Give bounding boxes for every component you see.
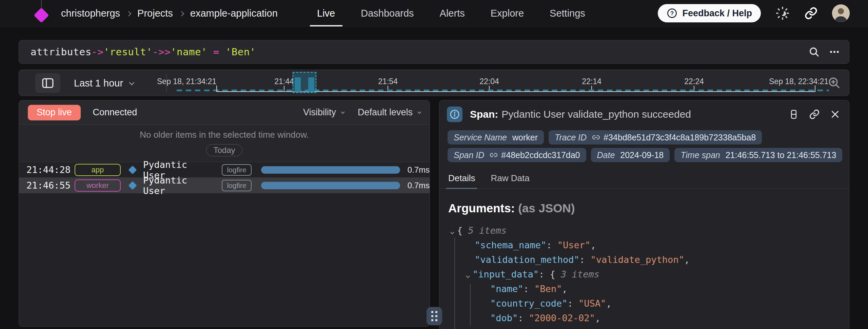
nav-right: ? Feedback / Help (658, 0, 850, 26)
json-token: "dob" (490, 313, 518, 323)
scope-badge: logfire (222, 164, 251, 176)
user-avatar[interactable] (832, 4, 850, 22)
span-title: Span:Pydantic User validate_python succe… (470, 109, 789, 120)
metadata-badge-label: Service Name (454, 133, 507, 142)
tab-raw-data[interactable]: Raw Data (491, 172, 529, 188)
json-line: "dob": "2000-02-02", (451, 311, 849, 325)
metadata-badge-value: 2024-09-18 (620, 150, 664, 160)
breadcrumb-projects[interactable]: Projects (137, 8, 173, 19)
tab-explore[interactable]: Explore (491, 0, 524, 26)
query-token (207, 46, 213, 58)
more-options-icon[interactable] (829, 46, 840, 58)
service-badge: app (75, 164, 121, 176)
json-token: , (595, 313, 600, 323)
timeline-divider (166, 74, 167, 92)
query-token: 'Ben' (225, 46, 256, 58)
today-button[interactable]: Today (206, 144, 242, 156)
empty-state: No older items in the selected time wind… (19, 125, 430, 162)
metadata-badge-value: worker (512, 133, 538, 142)
timeline-tick-label: 21:54 (373, 77, 403, 86)
json-token: "Ben" (534, 284, 562, 294)
logo-diamond-icon[interactable] (34, 7, 49, 23)
duration-label: 0.7ms (408, 181, 430, 190)
json-token: "validation_method" (475, 254, 579, 265)
json-token: , (684, 254, 690, 265)
live-view-header: Stop live Connected Visibility Default l… (19, 100, 430, 125)
copy-link-icon[interactable] (809, 109, 820, 120)
span-kind-diamond-icon (128, 181, 137, 190)
link-icon (490, 151, 498, 159)
json-token: "validate_python" (590, 254, 684, 265)
json-line: "country_code": "USA", (451, 296, 849, 311)
stop-live-button[interactable]: Stop live (28, 105, 81, 120)
collapse-chevron-icon[interactable] (451, 225, 454, 236)
tab-live[interactable]: Live (317, 0, 335, 26)
visibility-label: Visibility (303, 107, 336, 118)
sidebar-toggle-button[interactable] (35, 73, 60, 93)
json-token: , (562, 284, 567, 294)
timeline-axis-end-tick (815, 85, 815, 92)
breadcrumb-project-name[interactable]: example-application (190, 8, 278, 19)
query-token: ->> (152, 46, 171, 58)
json-token: "USA" (578, 298, 606, 309)
timeline-selection-window[interactable] (293, 72, 316, 93)
json-token: "schema_name" (475, 240, 546, 250)
live-view-panel: Stop live Connected Visibility Default l… (19, 100, 430, 327)
timeline-canvas[interactable]: Sep 18, 21:34:21 Sep 18, 22:34:21 21:442… (19, 70, 849, 96)
scope-badge: logfire (222, 180, 251, 191)
metadata-badge-span-id[interactable]: Span ID#48eb2cdcdc317da0 (448, 148, 586, 162)
query-input[interactable]: attributes->'result'->>'name' = 'Ben' (31, 46, 808, 58)
top-nav: christophergs Projects example-applicati… (0, 0, 868, 26)
app-root: christophergs Projects example-applicati… (0, 0, 868, 329)
share-link-icon[interactable] (804, 6, 818, 20)
json-token: 5 items (468, 225, 507, 236)
json-line: "validation_method": "validate_python", (451, 252, 849, 267)
breadcrumb-org[interactable]: christophergs (61, 8, 120, 19)
open-split-view-icon[interactable] (789, 109, 799, 119)
timeline-tick-label: 22:24 (679, 77, 709, 86)
span-detail-actions (789, 109, 840, 120)
query-bar[interactable]: attributes->'result'->>'name' = 'Ben' (19, 40, 849, 64)
breadcrumb: christophergs Projects example-applicati… (61, 0, 278, 26)
json-token: : (568, 298, 579, 309)
span-title-prefix: Span: (470, 109, 498, 120)
time-range-dropdown[interactable]: Last 1 hour (74, 70, 134, 96)
tab-alerts[interactable]: Alerts (440, 0, 465, 26)
arguments-heading-sub: (as JSON) (515, 201, 575, 215)
json-token: , (606, 298, 611, 309)
visibility-dropdown[interactable]: Visibility (303, 107, 344, 118)
list-item[interactable]: 21:44:28appPydantic Userlogfire0.7ms (19, 162, 430, 178)
theme-toggle-icon[interactable] (775, 6, 790, 21)
collapse-chevron-icon[interactable] (467, 269, 469, 279)
search-icon[interactable] (808, 46, 820, 58)
feedback-help-button[interactable]: ? Feedback / Help (658, 4, 761, 22)
timeline-bar: Sep 18, 21:34:21 Sep 18, 22:34:21 21:442… (19, 70, 849, 96)
zoom-in-icon[interactable] (827, 76, 841, 91)
timeline-histogram-bar (295, 77, 301, 92)
panel-resize-handle[interactable] (427, 307, 442, 325)
arguments-heading: Arguments: (as JSON) (439, 201, 849, 215)
json-indent-guide (454, 237, 455, 329)
default-levels-label: Default levels (358, 107, 413, 118)
tab-dashboards[interactable]: Dashboards (361, 0, 414, 26)
json-token: "name" (490, 284, 524, 294)
tab-details[interactable]: Details (448, 172, 475, 188)
tab-settings[interactable]: Settings (550, 0, 585, 26)
nav-tabs: LiveDashboardsAlertsExploreSettings (317, 0, 585, 26)
default-levels-dropdown[interactable]: Default levels (358, 107, 421, 118)
list-item[interactable]: 21:46:55workerPydantic Userlogfire0.7ms (19, 178, 430, 193)
metadata-badge-value: 21:46:55.713 to 21:46:55.713 (726, 150, 836, 160)
chevron-down-icon (417, 110, 421, 114)
metadata-badge-trace-id[interactable]: Trace ID#34bd8e51d73c3f4c8a189b72338a5ba… (549, 130, 762, 144)
metadata-badges-row-2: Span ID#48eb2cdcdc317da0Date2024-09-18Ti… (439, 148, 849, 162)
json-token: 3 items (561, 269, 599, 279)
link-icon (592, 133, 600, 141)
timeline-histogram-bar (308, 77, 314, 92)
duration-bar (261, 182, 400, 189)
json-token: "input_data" (473, 269, 539, 279)
close-icon[interactable] (830, 109, 840, 119)
query-token: 'result' (104, 46, 153, 58)
service-badge: worker (75, 179, 121, 192)
connection-status: Connected (93, 107, 137, 118)
json-token: : { (539, 269, 561, 279)
